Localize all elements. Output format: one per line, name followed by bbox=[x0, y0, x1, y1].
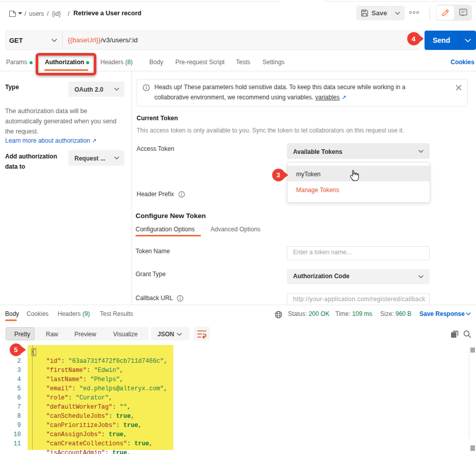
svg-text:3: 3 bbox=[276, 171, 280, 179]
svg-text:5: 5 bbox=[14, 346, 17, 354]
svg-text:4: 4 bbox=[412, 35, 416, 43]
